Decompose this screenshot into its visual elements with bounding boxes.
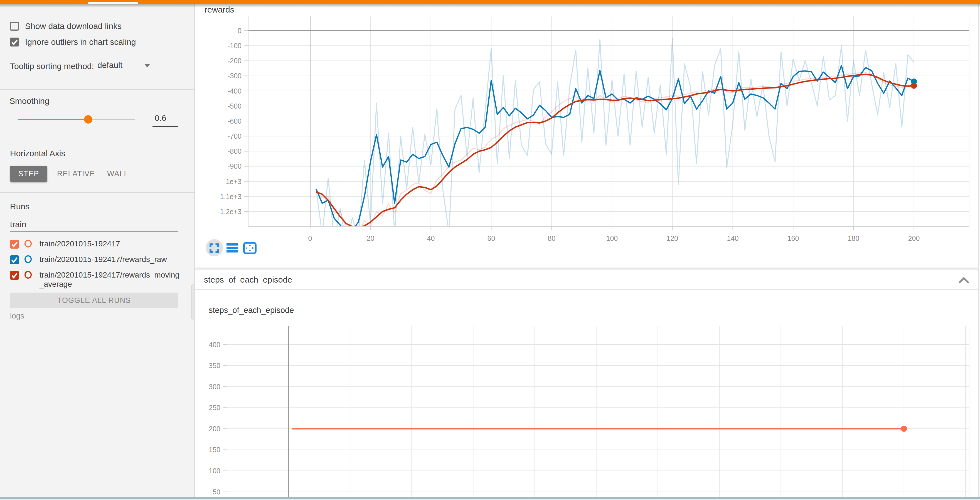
show-data-download-links-checkbox[interactable] <box>10 22 19 30</box>
run-color-swatch-icon[interactable] <box>24 271 32 279</box>
svg-text:50: 50 <box>213 488 220 496</box>
axis-button-relative[interactable]: RELATIVE <box>57 170 95 178</box>
axis-button-wall[interactable]: WALL <box>107 170 129 178</box>
svg-text:-1e+3: -1e+3 <box>223 178 242 185</box>
run-checkbox[interactable] <box>10 255 19 264</box>
ignore-outliers-label: Ignore outliers in chart scaling <box>25 37 136 47</box>
smoothing-label: Smoothing <box>10 96 49 106</box>
svg-text:400: 400 <box>209 341 220 349</box>
run-checkbox[interactable] <box>10 271 19 280</box>
svg-text:-500: -500 <box>228 102 242 110</box>
run-row[interactable]: train/20201015-192417/rewards_raw <box>10 255 181 264</box>
svg-text:-700: -700 <box>228 132 242 140</box>
svg-text:40: 40 <box>427 234 435 242</box>
svg-text:160: 160 <box>788 234 799 242</box>
svg-text:100: 100 <box>606 234 618 242</box>
svg-text:350: 350 <box>209 361 220 369</box>
rewards-chart-card: rewards 0-100-200-300-400-500-600-700-80… <box>195 4 978 268</box>
ignore-outliers-row[interactable]: Ignore outliers in chart scaling <box>10 37 136 47</box>
runs-filter-input[interactable]: train <box>10 220 26 229</box>
run-checkbox[interactable] <box>10 240 19 248</box>
svg-text:-1.1e+3: -1.1e+3 <box>218 193 242 201</box>
tooltip-sorting-label: Tooltip sorting method: <box>10 62 94 71</box>
svg-text:-900: -900 <box>228 162 242 170</box>
chevron-up-icon[interactable] <box>959 277 969 283</box>
svg-text:80: 80 <box>548 234 556 242</box>
show-data-download-links-row[interactable]: Show data download links <box>10 21 122 31</box>
steps-chart-title: steps_of_each_episode <box>209 306 294 315</box>
rewards-line-chart[interactable]: 0-100-200-300-400-500-600-700-800-900-1e… <box>195 11 977 242</box>
expand-icon[interactable] <box>209 243 219 253</box>
smoothing-slider-thumb[interactable] <box>84 115 92 124</box>
svg-text:-800: -800 <box>228 147 242 155</box>
smoothing-slider-fill <box>18 119 88 120</box>
svg-text:180: 180 <box>848 234 859 242</box>
svg-text:60: 60 <box>487 234 495 242</box>
svg-text:-300: -300 <box>228 72 242 80</box>
tooltip-sorting-dropdown[interactable]: default <box>97 61 123 70</box>
settings-sidebar: Show data download links Ignore outliers… <box>0 4 195 497</box>
svg-text:150: 150 <box>209 446 220 454</box>
svg-text:-400: -400 <box>228 87 242 95</box>
smoothing-slider[interactable] <box>18 119 135 120</box>
svg-text:-600: -600 <box>228 117 242 125</box>
svg-text:-1.2e+3: -1.2e+3 <box>218 208 242 215</box>
fit-domain-icon[interactable] <box>243 242 256 254</box>
smoothing-value-input[interactable]: 0.6 <box>153 113 178 127</box>
svg-text:200: 200 <box>209 425 220 433</box>
svg-text:300: 300 <box>209 383 220 390</box>
run-color-swatch-icon[interactable] <box>24 240 32 247</box>
svg-text:250: 250 <box>209 404 220 411</box>
steps-chart-card: steps_of_each_episode 400350300250200150… <box>195 290 978 497</box>
main-scrollbar-rail[interactable] <box>978 4 980 497</box>
steps-line-chart[interactable]: 40035030025020015010050 <box>195 321 977 500</box>
svg-text:200: 200 <box>908 234 920 242</box>
ignore-outliers-checkbox[interactable] <box>10 38 19 46</box>
run-row[interactable]: train/20201015-192417 <box>10 239 181 248</box>
svg-text:100: 100 <box>209 467 220 475</box>
bottom-window-edge-highlight <box>0 499 980 500</box>
data-table-icon[interactable] <box>226 243 238 253</box>
sidebar-divider <box>0 143 195 143</box>
sidebar-scrollbar[interactable] <box>191 284 194 320</box>
runs-filter-underline <box>10 231 178 232</box>
run-label: train/20201015-192417/rewards_moving_ave… <box>40 270 181 289</box>
svg-text:0: 0 <box>308 234 312 242</box>
run-row[interactable]: train/20201015-192417/rewards_moving_ave… <box>10 270 181 289</box>
tooltip-sorting-underline <box>96 74 157 74</box>
run-color-swatch-icon[interactable] <box>24 255 32 263</box>
svg-text:-100: -100 <box>228 42 242 49</box>
steps-section-header[interactable]: steps_of_each_episode <box>195 270 978 290</box>
svg-text:20: 20 <box>367 234 374 242</box>
run-label: train/20201015-192417/rewards_raw <box>40 255 181 264</box>
axis-button-step[interactable]: STEP <box>10 166 47 182</box>
toggle-all-runs-button[interactable]: TOGGLE ALL RUNS <box>10 293 178 308</box>
horizontal-axis-label: Horizontal Axis <box>10 149 65 158</box>
svg-text:-200: -200 <box>228 57 242 65</box>
svg-text:0: 0 <box>238 27 242 35</box>
sidebar-divider <box>0 193 195 193</box>
svg-text:120: 120 <box>667 234 678 242</box>
svg-text:140: 140 <box>727 234 739 242</box>
runs-group-logs-label: logs <box>10 312 24 320</box>
app-header-bar <box>0 0 980 4</box>
sidebar-divider <box>0 89 195 90</box>
steps-section-title: steps_of_each_episode <box>204 275 292 285</box>
show-data-download-links-label: Show data download links <box>25 21 122 31</box>
active-tab-indicator <box>88 2 138 4</box>
runs-label: Runs <box>10 202 30 211</box>
run-label: train/20201015-192417 <box>40 239 181 248</box>
main-content: rewards 0-100-200-300-400-500-600-700-80… <box>195 4 978 497</box>
dropdown-arrow-icon[interactable] <box>144 64 150 67</box>
